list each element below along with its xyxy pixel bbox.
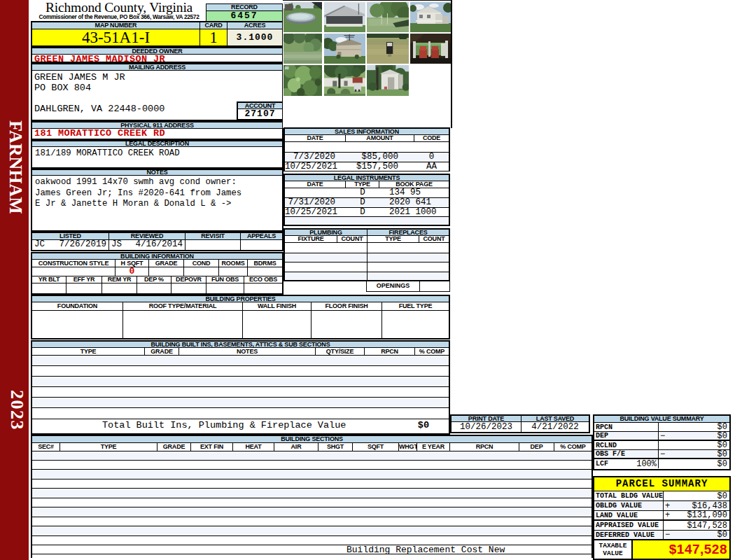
photo-shed[interactable] <box>367 65 409 96</box>
notes-line-2: James Green Jr; Ins #2020-641 from James <box>35 188 282 200</box>
parcel-label: APPRAISED VALUE <box>596 522 659 529</box>
plumbing-fireplace-row <box>285 262 449 272</box>
bvs-row-obs: OBS F/E −$0 <box>594 450 729 459</box>
fireplace-type-header: TYPE <box>368 236 419 242</box>
openings-label: OPENINGS <box>367 281 420 291</box>
eco-obs-header: ECO OBS <box>244 276 282 283</box>
built-ins-row <box>32 356 449 366</box>
rem-yr-value <box>102 284 137 293</box>
photo-foliage[interactable] <box>284 65 322 96</box>
h-sqft-value: 0 <box>115 267 149 276</box>
bs-sqft-header: SQFT <box>353 443 399 451</box>
listed-value: JC7/26/2019 <box>32 240 109 250</box>
district-sidebar: FARNHAM 2023 <box>0 0 29 560</box>
grade-value <box>149 267 184 276</box>
instrument-bookpage: 2021 1000 <box>379 208 449 216</box>
sales-code <box>414 142 449 152</box>
legal-description-section: LEGAL DESCRIPTION 181/189 MORATTICO CREE… <box>31 140 284 169</box>
appeals-value <box>241 240 282 250</box>
mailing-address-header: MAILING ADDRESS <box>32 64 282 71</box>
dep-pct-value <box>137 284 172 293</box>
bs-eyear-header: E YEAR <box>417 443 450 451</box>
photo-pool[interactable] <box>284 2 322 32</box>
dep-pct-header: DEP % <box>137 276 172 283</box>
last-saved-header: LAST SAVED <box>522 416 589 421</box>
building-sections-row <box>32 461 592 470</box>
built-ins-header: BUILDING BUILT INS, BASEMENTS, ATTICS & … <box>32 342 449 348</box>
yr-blt-value <box>32 284 66 293</box>
legal-description-value: 181/189 MORATTICO CREEK ROAD <box>32 147 282 158</box>
construction-style-value <box>32 267 115 276</box>
grade-header: GRADE <box>149 260 184 267</box>
bvs-label: RCLND <box>596 442 617 449</box>
photo-tan-mobile-home[interactable] <box>324 34 365 64</box>
mailing-line-2: PO BOX 804 <box>34 83 282 93</box>
instrument-row: 7/31/2020 D 2020 641 <box>285 197 449 207</box>
fun-obs-value <box>206 284 244 293</box>
instrument-date: 10/25/2021 <box>285 208 346 216</box>
reviewed-by: JS <box>111 240 122 250</box>
building-information-section: BUILDING INFORMATION CONSTRUCTION STYLE … <box>31 252 284 295</box>
parcel-value: $131,090 <box>673 510 729 520</box>
bvs-op: − <box>659 449 668 459</box>
taxable-value: $147,528 <box>633 540 729 559</box>
built-ins-row <box>32 408 449 419</box>
built-ins-comp-header: % COMP <box>415 348 449 355</box>
built-ins-total-row: Total Built Ins, Plumbing & Fireplace Va… <box>32 419 449 432</box>
built-ins-row <box>32 377 449 387</box>
parcel-row-deferred: DEFERRED VALUE −$0 <box>594 531 729 540</box>
sales-row: 10/25/2021 $157,500 AA <box>285 162 449 171</box>
photo-house-under-tree[interactable] <box>324 65 365 96</box>
bdrms-value <box>248 267 282 276</box>
acres-header: ACRES <box>227 22 282 29</box>
sales-row <box>285 142 449 152</box>
parcel-op: + <box>664 510 673 520</box>
mailing-line-1: GREEN JAMES M JR <box>34 72 282 83</box>
fireplace-count-header: COUNT <box>419 236 449 242</box>
instrument-type: D <box>346 188 379 197</box>
building-sections-row <box>32 489 592 498</box>
sales-date: 7/3/2020 <box>285 153 346 162</box>
instrument-date-header: DATE <box>285 181 346 188</box>
built-ins-grade-header: GRADE <box>145 348 179 355</box>
sales-date-header: DATE <box>285 135 346 141</box>
built-ins-type-header: TYPE <box>32 348 145 355</box>
instrument-type: D <box>346 198 379 207</box>
bvs-value: $0 <box>668 449 729 459</box>
notes-line-1: oakwood 1991 14x70 swmh avg cond owner: <box>35 177 282 188</box>
depovr-value <box>172 284 206 293</box>
listed-date: 7/26/2019 <box>59 240 106 250</box>
parcel-label: OBLDG VALUE <box>596 502 642 510</box>
card-value: 1 <box>200 29 227 46</box>
rem-yr-header: REM YR <box>102 276 137 283</box>
photo-tree-line[interactable] <box>367 2 409 32</box>
sales-code: 0 <box>414 153 449 162</box>
instrument-date <box>285 188 346 197</box>
yr-blt-header: YR BLT <box>32 276 66 283</box>
print-date-header: PRINT DATE <box>451 416 522 421</box>
photo-white-house[interactable] <box>410 2 451 32</box>
physical-address-value: 181 MORATTICO CREEK RD <box>32 129 282 139</box>
map-number-value: 43-51A1-I <box>32 29 200 46</box>
sales-information-table: SALES INFORMATION DATE AMOUNT CODE 7/3/2… <box>284 127 450 172</box>
photo-field[interactable] <box>284 34 322 64</box>
instrument-bookpage-header: BOOK PAGE <box>379 181 449 188</box>
floor-finish-value <box>312 311 382 338</box>
photo-area <box>283 0 452 128</box>
photo-screened-porch[interactable] <box>324 2 365 32</box>
parcel-value: $0 <box>673 530 729 540</box>
bs-heat-header: HEAT <box>233 443 274 451</box>
foundation-header: FOUNDATION <box>32 302 123 310</box>
bvs-lcf-pct: 100% <box>636 459 658 469</box>
construction-style-header: CONSTRUCTION STYLE <box>32 260 115 267</box>
sales-date <box>285 142 346 152</box>
h-sqft-header: H SQFT <box>115 260 149 267</box>
photo-field-marker[interactable] <box>367 34 409 64</box>
instrument-date <box>285 217 346 225</box>
revisit-value <box>186 240 241 250</box>
cond-header: COND <box>184 260 219 267</box>
photo-porch-chairs[interactable] <box>410 34 451 64</box>
built-ins-row <box>32 366 449 377</box>
sales-information-header: SALES INFORMATION <box>285 129 449 135</box>
bs-type-header: TYPE <box>60 443 158 451</box>
